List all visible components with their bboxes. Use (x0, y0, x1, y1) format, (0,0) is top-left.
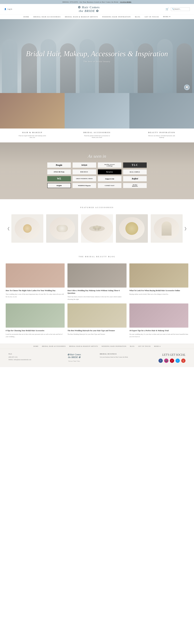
model-10 (176, 43, 192, 93)
carousel-next-button[interactable]: ❯ (183, 225, 188, 232)
logo-green-wedding[interactable]: GREEN WEDDING SHOES (72, 176, 96, 181)
accessory-item-4[interactable] (116, 214, 148, 243)
category-bridal-accessories-desc: Find the perfect bridal hair accessories… (83, 135, 111, 138)
bottom-nav: HOME BRIDAL HAIR ACCESSORIES BRIDAL HAIR… (0, 344, 194, 349)
blog-post-6-title: 10 Expert Tips for a Perfect Hair & Make… (130, 329, 188, 332)
model-7 (118, 39, 134, 93)
site-logo[interactable]: ✿ Hair Comes the BRIDE ✿ (12, 6, 166, 13)
nav-bridal-hair-makeup[interactable]: BRIDAL HAIR & MAKEUP ARTISTS (65, 16, 98, 18)
categories-section: HAIR & MAKEUP Find an expert bridal hair… (0, 93, 194, 142)
blog-post-3[interactable]: What To Look For When Buying Bridal Hair… (130, 264, 188, 301)
footer-col3-title: BRIDAL BUSINESS (100, 353, 140, 355)
hero-subtitle: The best of bridal beauty (26, 60, 168, 63)
bottom-nav-makeup-artists[interactable]: BRIDAL HAIR & MAKEUP ARTISTS (69, 346, 98, 347)
model-5 (80, 39, 95, 93)
footer-col1-title: TLC (8, 353, 48, 355)
logo-oxygen[interactable]: oxygen (47, 183, 71, 188)
bottom-nav-more[interactable]: More ▾ (154, 346, 160, 347)
footer-col-3: BRIDAL BUSINESS Get your business listed… (100, 353, 140, 363)
blog-post-6[interactable]: 10 Expert Tips for a Perfect Hair & Make… (130, 304, 188, 338)
blog-post-5[interactable]: The Best Wedding Hairstyle for your Hair… (68, 304, 126, 338)
carousel-prev-button[interactable]: ❮ (6, 225, 11, 232)
category-bridal-accessories-title: BRIDAL ACCESSORIES (64, 131, 129, 134)
nav-get-in-touch[interactable]: GET IN TOUCH (144, 16, 159, 18)
twitter-icon[interactable]: t (176, 358, 180, 363)
nav-wedding-inspiration[interactable]: WEDDING HAIR INSPIRATION (102, 16, 131, 18)
footer-logo[interactable]: ✿ Hair Comesthe BRIDE ✿ Visit our "Siste… (54, 353, 94, 363)
accessory-inner-4 (126, 222, 138, 235)
lets-get-social-label: LET'S GET SOCIAL (146, 353, 186, 356)
hero-title: Bridal Hair, Makeup, Accessories & Inspi… (26, 50, 168, 58)
nav-home[interactable]: HOME (24, 16, 29, 18)
blog-post-1-image (6, 264, 64, 288)
logo-snippet[interactable]: Snippet & Ink (98, 176, 122, 181)
pinterest-icon[interactable]: p (170, 358, 174, 363)
accessory-shape-2 (50, 217, 75, 240)
footer-visit-text: Visit our "Sister" Sites: (68, 360, 80, 362)
accessory-inner-5 (162, 222, 172, 236)
logo-people[interactable]: People (47, 162, 71, 168)
accessory-inner-1 (23, 224, 32, 233)
logo-ruffled[interactable]: Ruffled (123, 176, 147, 181)
logo-weddings-magazine[interactable]: WEDDINGS Magazine (72, 183, 96, 188)
logo-we[interactable]: WE (47, 176, 71, 181)
blog-post-3-title: What To Look For When Buying Bridal Hair… (130, 289, 188, 292)
category-hair-makeup[interactable]: HAIR & MAKEUP Find an expert bridal hair… (0, 93, 64, 142)
logo-real-housewives[interactable]: The RealHousewives (123, 183, 147, 188)
featured-accessories-title: FEATURED ACCESSORIES (0, 206, 194, 208)
logo-instyle[interactable]: InStyle (72, 162, 96, 168)
social-icons: f 📷 p t g (146, 358, 186, 363)
blog-post-2[interactable]: Don't Hire a Wedding Day Makeup Artist W… (68, 264, 126, 301)
google-icon[interactable]: g (181, 358, 186, 363)
bottom-nav-get-in-touch[interactable]: GET IN TOUCH (138, 346, 150, 347)
logo-style-me-pretty[interactable]: STYLE ME Pretty (47, 170, 71, 174)
accessory-item-1[interactable] (11, 214, 43, 243)
accessory-inner-2 (56, 225, 68, 232)
bottom-nav-bridal-hair[interactable]: BRIDAL HAIR ACCESSORIES (42, 346, 66, 347)
login-label: Log In (8, 8, 12, 10)
nav-bridal-hair-accessories[interactable]: BRIDAL HAIR ACCESSORIES (34, 16, 61, 18)
accessory-shape-3 (81, 214, 113, 243)
nav-more[interactable]: More ▾ (163, 16, 170, 18)
blog-post-3-image (130, 264, 188, 288)
logo-tlc[interactable]: TLC (123, 162, 147, 168)
accessory-item-2[interactable] (46, 214, 78, 243)
search-box: 🔍 (171, 8, 190, 11)
bridal-accessories-image (64, 93, 129, 128)
header-right: 🛒 🔍 (166, 8, 190, 11)
facebook-icon[interactable]: f (158, 358, 163, 363)
header: 👤 Log In ✿ Hair Comes the BRIDE ✿ 🛒 🔍 (0, 4, 194, 14)
svg-point-5 (97, 228, 100, 230)
logo-conde-nast[interactable]: CONDÉ NAST (98, 183, 122, 188)
instagram-icon[interactable]: 📷 (164, 358, 168, 363)
blog-post-5-image (68, 304, 126, 328)
bottom-nav-home[interactable]: HOME (33, 346, 38, 347)
category-bridal-accessories[interactable]: BRIDAL ACCESSORIES Find the perfect brid… (64, 93, 129, 142)
svg-point-4 (94, 228, 97, 230)
blog-post-4[interactable]: 8 Tips for Choosing Your Bridal Hair Acc… (6, 304, 64, 338)
logo-brides[interactable]: BRIDES (72, 170, 96, 174)
blog-post-2-title: Don't Hire a Wedding Day Makeup Artist W… (68, 289, 126, 294)
accessory-item-3[interactable] (81, 214, 113, 243)
category-hair-makeup-desc: Find an expert bridal hair and makeup ar… (18, 135, 46, 138)
blog-post-1-excerpt: Your wedding day is one of the most impo… (6, 293, 64, 298)
logo-bravo[interactable]: bravo (98, 170, 122, 174)
bottom-nav-wedding-inspiration[interactable]: WEDDING HAIR INSPIRATION (102, 346, 126, 347)
bottom-nav-blog[interactable]: BLOG (130, 346, 135, 347)
chat-button[interactable]: 💬 (184, 84, 190, 90)
category-beauty-inspiration-title: BEAUTY INSPIRATION (130, 131, 194, 134)
category-beauty-inspiration[interactable]: BEAUTY INSPIRATION Browse our library of… (130, 93, 194, 142)
accessory-item-5[interactable] (151, 214, 183, 243)
blog-section: THE BRIDAL BEAUTY BLOG How To Choose The… (0, 248, 194, 344)
nav-blog[interactable]: BLOG (135, 16, 140, 18)
footer-col-social: LET'S GET SOCIAL f 📷 p t g (146, 353, 186, 363)
cart-icon[interactable]: 🛒 (166, 8, 169, 11)
blog-post-1[interactable]: How To Choose The Right False Lashes For… (6, 264, 64, 301)
logo-msweddings[interactable]: martha stewartweddings (98, 162, 122, 168)
footer-logo-text: ✿ Hair Comesthe BRIDE ✿ (68, 353, 81, 358)
user-icon: 👤 (4, 8, 6, 10)
search-input[interactable] (174, 8, 188, 10)
logo-real-simple[interactable]: REAL SIMPLE (123, 170, 147, 174)
login-button[interactable]: 👤 Log In (4, 8, 12, 10)
banner-link[interactable]: CLICK HERE (120, 1, 132, 3)
